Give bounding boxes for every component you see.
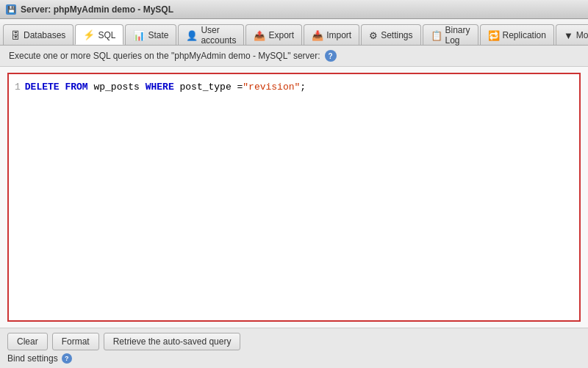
tab-user-accounts-label: User accounts [201, 25, 236, 46]
bottom-bar: Clear Format Retrieve the auto-saved que… [0, 328, 588, 368]
settings-icon: ⚙ [369, 30, 378, 41]
sql-keyword-delete: DELETE [25, 80, 60, 95]
tab-databases-label: Databases [24, 30, 65, 40]
main-content: Execute one or more SQL queries on the "… [0, 46, 588, 368]
info-text: Execute one or more SQL queries on the "… [9, 51, 320, 61]
tab-import[interactable]: 📥 Import [304, 24, 359, 45]
export-icon: 📤 [254, 30, 265, 41]
sql-line-1: 1 DELETE FROM wp_posts WHERE post_type =… [15, 80, 573, 95]
tab-import-label: Import [326, 30, 351, 40]
title-bar: 💾 Server: phpMyAdmin demo - MySQL [0, 0, 588, 19]
bind-settings-row: Bind settings ? [7, 353, 581, 364]
replication-icon: 🔁 [488, 30, 500, 41]
tab-binary-log[interactable]: 📋 Binary Log [423, 24, 478, 45]
sql-text-table: wp_posts [88, 80, 146, 95]
tab-databases[interactable]: 🗄 Databases [3, 24, 74, 45]
binary-log-icon: 📋 [431, 30, 442, 41]
tab-more[interactable]: ▼ More [556, 24, 588, 45]
bind-settings-help-icon[interactable]: ? [62, 353, 72, 364]
retrieve-button[interactable]: Retrieve the auto-saved query [104, 333, 241, 350]
tab-more-label: More [576, 30, 588, 40]
clear-button[interactable]: Clear [7, 333, 48, 350]
sql-keyword-where: WHERE [146, 80, 174, 95]
tab-settings-label: Settings [381, 30, 412, 40]
tab-settings[interactable]: ⚙ Settings [361, 24, 420, 45]
tab-state[interactable]: 📊 State [125, 24, 176, 45]
tab-replication[interactable]: 🔁 Replication [480, 24, 554, 45]
sql-semicolon: ; [300, 80, 306, 95]
sql-keyword-from: FROM [65, 80, 87, 95]
user-accounts-icon: 👤 [186, 30, 198, 41]
tab-state-label: State [148, 30, 168, 40]
tab-sql[interactable]: ⚡ SQL [75, 24, 123, 45]
more-icon: ▼ [564, 30, 573, 41]
tab-sql-label: SQL [98, 30, 115, 40]
import-icon: 📥 [312, 30, 323, 41]
sql-icon: ⚡ [83, 29, 95, 40]
button-row: Clear Format Retrieve the auto-saved que… [7, 333, 581, 350]
info-bar: Execute one or more SQL queries on the "… [0, 46, 588, 67]
tab-export[interactable]: 📤 Export [245, 24, 302, 45]
sql-text-field: post_type = [174, 80, 243, 95]
sql-editor-area[interactable]: 1 DELETE FROM wp_posts WHERE post_type =… [7, 73, 581, 322]
nav-tabs: 🗄 Databases ⚡ SQL 📊 State 👤 User account… [0, 19, 588, 46]
databases-icon: 🗄 [11, 30, 21, 41]
window-title: Server: phpMyAdmin demo - MySQL [21, 4, 173, 15]
info-help-icon[interactable]: ? [325, 50, 337, 62]
bind-settings-label: Bind settings [7, 353, 58, 364]
line-number: 1 [15, 80, 21, 95]
state-icon: 📊 [133, 30, 145, 41]
sql-text-from [60, 80, 65, 95]
app-icon: 💾 [6, 4, 16, 15]
tab-user-accounts[interactable]: 👤 User accounts [178, 24, 244, 45]
tab-binary-log-label: Binary Log [445, 25, 470, 46]
format-button[interactable]: Format [52, 333, 99, 350]
tab-replication-label: Replication [503, 30, 546, 40]
tab-export-label: Export [268, 30, 294, 40]
sql-string-value: "revision" [243, 80, 300, 95]
